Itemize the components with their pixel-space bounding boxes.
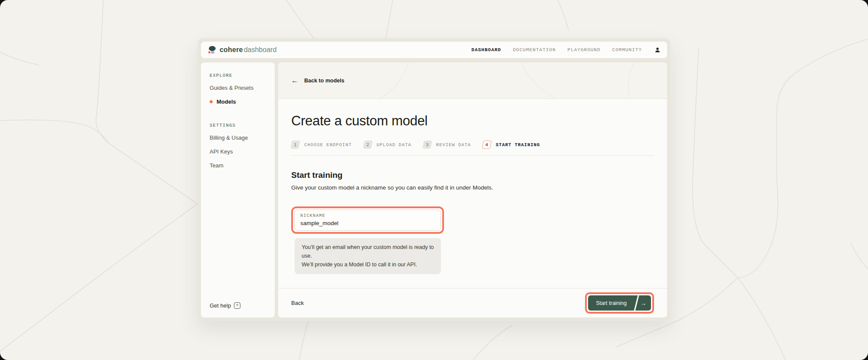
step-2-badge: 2 — [363, 141, 372, 149]
step-3-label: REVIEW DATA — [436, 142, 471, 147]
top-nav: DASHBOARD DOCUMENTATION PLAYGROUND COMMU… — [471, 47, 661, 53]
nav-item-playground[interactable]: PLAYGROUND — [568, 47, 601, 52]
nav-item-community[interactable]: COMMUNITY — [612, 47, 642, 52]
back-arrow-icon: ← — [291, 77, 298, 84]
step-2-label: UPLOAD DATA — [377, 142, 411, 147]
stepper: 1 CHOOSE ENDPOINT 2 UPLOAD DATA 3 REVIEW… — [291, 141, 654, 149]
main-content: Create a custom model 1 CHOOSE ENDPOINT … — [278, 99, 667, 288]
start-training-button[interactable]: Start training → — [588, 295, 651, 311]
app-window: coheredashboard DASHBOARD DOCUMENTATION … — [197, 38, 671, 321]
sidebar-item-billing-usage[interactable]: Billing & Usage — [210, 134, 266, 141]
nickname-highlight-ring: NICKNAME sample_model — [291, 206, 444, 234]
steps-divider — [291, 155, 654, 156]
main-header-strip: ← Back to models — [278, 62, 667, 99]
step-upload-data[interactable]: 2 UPLOAD DATA — [364, 141, 411, 149]
sidebar-item-guides-presets[interactable]: Guides & Presets — [210, 85, 266, 91]
sidebar-item-team[interactable]: Team — [210, 162, 266, 169]
nickname-field[interactable]: NICKNAME sample_model — [294, 209, 441, 231]
step-choose-endpoint[interactable]: 1 CHOOSE ENDPOINT — [291, 141, 352, 149]
start-training-button-label: Start training — [588, 300, 636, 306]
back-to-models-label: Back to models — [304, 78, 344, 84]
step-1-badge: 1 — [290, 141, 300, 149]
section-heading: Start training — [291, 170, 654, 180]
nickname-field-label: NICKNAME — [300, 213, 435, 218]
sidebar: EXPLORE Guides & Presets Models SETTINGS… — [201, 62, 275, 317]
sidebar-section-explore: EXPLORE — [210, 73, 266, 78]
step-4-label: START TRAINING — [496, 142, 540, 147]
step-3-badge: 3 — [422, 141, 432, 149]
email-info-note-line2: We’ll provide you a Model ID to call it … — [302, 260, 434, 269]
step-start-training[interactable]: 4 START TRAINING — [483, 141, 540, 149]
step-4-badge: 4 — [482, 141, 491, 149]
section-description: Give your custom model a nickname so you… — [291, 184, 654, 191]
get-help-label: Get help — [210, 302, 231, 309]
panels-row: EXPLORE Guides & Presets Models SETTINGS… — [201, 62, 667, 317]
active-item-dot-icon — [210, 100, 213, 103]
logo-brand-text: cohere — [220, 46, 243, 53]
step-1-label: CHOOSE ENDPOINT — [304, 142, 352, 147]
top-bar: coheredashboard DASHBOARD DOCUMENTATION … — [201, 42, 667, 58]
help-question-icon: ? — [234, 302, 240, 309]
main-footer: Back Start training → — [278, 288, 667, 317]
sidebar-section-settings: SETTINGS — [210, 123, 266, 128]
user-account-icon[interactable] — [654, 47, 661, 53]
get-help-link[interactable]: Get help ? — [210, 302, 240, 309]
cohere-logo-icon — [207, 46, 217, 55]
logo-product-text: dashboard — [244, 46, 277, 53]
sidebar-section-gap — [210, 112, 266, 123]
cohere-logo[interactable]: coheredashboard — [207, 46, 276, 55]
page-title: Create a custom model — [291, 113, 654, 129]
email-info-note: You’ll get an email when your custom mod… — [295, 238, 441, 274]
sidebar-item-api-keys[interactable]: API Keys — [210, 148, 266, 155]
screen: coheredashboard DASHBOARD DOCUMENTATION … — [0, 0, 868, 360]
back-to-models-link[interactable]: ← Back to models — [291, 77, 344, 84]
email-info-note-line1: You’ll get an email when your custom mod… — [302, 243, 434, 260]
sidebar-item-models-label: Models — [217, 98, 236, 105]
nav-item-dashboard[interactable]: DASHBOARD — [471, 47, 501, 52]
footer-back-button[interactable]: Back — [291, 300, 304, 306]
main-panel: ← Back to models Create a custom model 1… — [278, 62, 667, 317]
nav-item-documentation[interactable]: DOCUMENTATION — [513, 47, 556, 52]
sidebar-item-models[interactable]: Models — [210, 98, 266, 105]
step-review-data[interactable]: 3 REVIEW DATA — [423, 141, 471, 149]
start-training-highlight-ring: Start training → — [585, 292, 654, 314]
nickname-field-value[interactable]: sample_model — [300, 220, 435, 226]
